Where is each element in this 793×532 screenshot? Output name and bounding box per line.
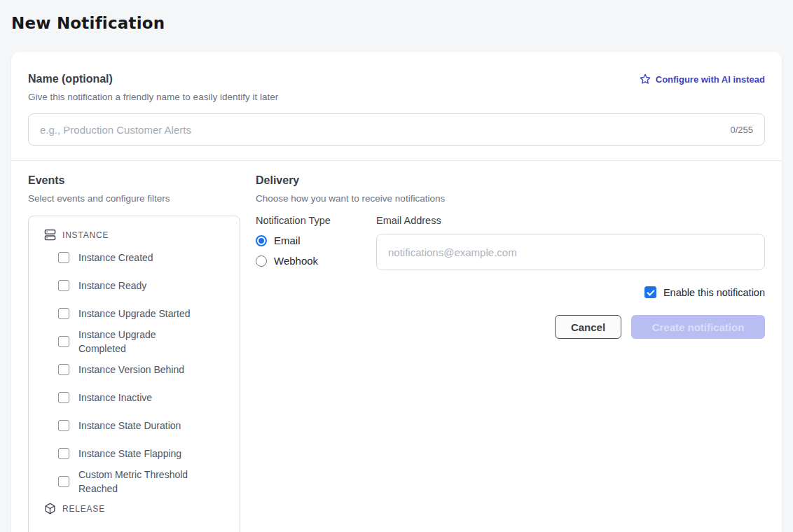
server-icon — [44, 229, 56, 241]
email-address-label: Email Address — [376, 215, 765, 226]
email-radio[interactable] — [256, 235, 267, 246]
enable-notification-row[interactable]: Enable this notification — [256, 286, 765, 298]
configure-with-ai-link[interactable]: Configure with AI instead — [640, 74, 765, 85]
event-checkbox[interactable] — [58, 308, 69, 319]
event-checkbox[interactable] — [58, 420, 69, 431]
enable-notification-label: Enable this notification — [663, 287, 765, 298]
page-title: New Notification — [11, 14, 782, 32]
events-title: Events — [28, 174, 240, 187]
delivery-column: Delivery Choose how you want to receive … — [240, 174, 765, 532]
event-label: Instance State Duration — [78, 419, 181, 433]
event-group-label: INSTANCE — [62, 230, 109, 240]
event-row-instance-upgrade-completed[interactable]: Instance Upgrade Completed — [29, 328, 240, 356]
event-label: Instance Upgrade Completed — [78, 328, 203, 356]
new-notification-card: Name (optional) Configure with AI instea… — [11, 52, 782, 532]
event-checkbox[interactable] — [58, 364, 69, 375]
event-row-instance-ready[interactable]: Instance Ready — [29, 272, 240, 300]
event-checkbox[interactable] — [58, 280, 69, 291]
event-row-instance-version-behind[interactable]: Instance Version Behind — [29, 356, 240, 384]
webhook-radio[interactable] — [256, 255, 267, 267]
events-column: Events Select events and configure filte… — [28, 174, 240, 532]
page-header: New Notification — [0, 0, 793, 32]
name-section: Name (optional) Configure with AI instea… — [11, 52, 782, 160]
radio-option-webhook[interactable]: Webhook — [256, 255, 376, 267]
event-row-custom-metric-threshold[interactable]: Custom Metric Threshold Reached — [29, 468, 240, 496]
event-checkbox[interactable] — [58, 336, 69, 347]
event-checkbox[interactable] — [58, 476, 69, 487]
name-input-wrap: 0/255 — [28, 113, 765, 146]
name-description: Give this notification a friendly name t… — [28, 92, 765, 102]
char-counter: 0/255 — [730, 125, 753, 135]
event-label: Custom Metric Threshold Reached — [78, 468, 203, 496]
events-panel: INSTANCE Instance Created Instance Ready… — [28, 216, 240, 532]
email-input-wrap — [376, 234, 765, 270]
event-group-release: RELEASE — [29, 500, 240, 517]
event-label: Instance Inactive — [78, 391, 152, 405]
notification-type-label: Notification Type — [256, 215, 376, 226]
event-label: Instance Ready — [78, 279, 146, 293]
event-checkbox[interactable] — [58, 392, 69, 403]
radio-option-email[interactable]: Email — [256, 234, 376, 246]
name-input[interactable] — [40, 124, 722, 136]
delivery-title: Delivery — [256, 174, 765, 187]
events-subtitle: Select events and configure filters — [28, 193, 240, 204]
star-icon — [640, 74, 651, 85]
email-input[interactable] — [388, 246, 753, 258]
radio-label: Email — [274, 234, 301, 246]
event-label: Instance Created — [78, 251, 153, 265]
event-checkbox[interactable] — [58, 448, 69, 459]
delivery-subtitle: Choose how you want to receive notificat… — [256, 193, 765, 204]
event-row-instance-upgrade-started[interactable]: Instance Upgrade Started — [29, 300, 240, 328]
event-group-instance: INSTANCE — [29, 226, 240, 244]
name-label: Name (optional) — [28, 73, 113, 85]
event-row-instance-state-duration[interactable]: Instance State Duration — [29, 412, 240, 440]
event-label: Instance Upgrade Started — [78, 307, 191, 321]
event-row-instance-state-flapping[interactable]: Instance State Flapping — [29, 440, 240, 468]
cancel-button[interactable]: Cancel — [555, 315, 621, 339]
event-label: Instance Version Behind — [78, 363, 184, 377]
event-group-label: RELEASE — [62, 504, 105, 514]
event-row-instance-created[interactable]: Instance Created — [29, 244, 240, 272]
package-icon — [44, 503, 56, 514]
create-notification-button[interactable]: Create notification — [631, 315, 765, 339]
radio-label: Webhook — [274, 255, 318, 267]
event-row-instance-inactive[interactable]: Instance Inactive — [29, 384, 240, 412]
configure-with-ai-label: Configure with AI instead — [656, 74, 765, 85]
event-label: Instance State Flapping — [78, 447, 181, 461]
enable-notification-checkbox[interactable] — [644, 286, 656, 298]
event-checkbox[interactable] — [58, 252, 69, 263]
